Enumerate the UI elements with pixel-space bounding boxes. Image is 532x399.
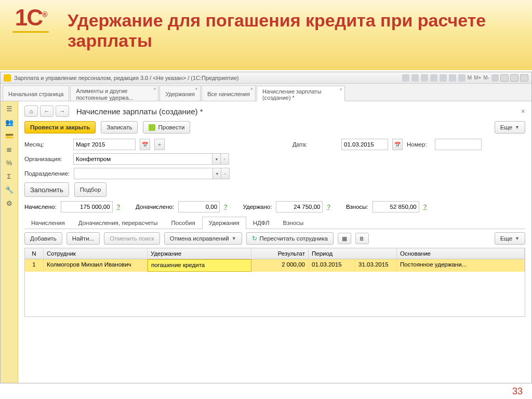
subtab-extra[interactable]: Доначисления, перерасчеты: [72, 217, 165, 229]
date-input[interactable]: [341, 139, 388, 150]
app-window: Зарплата и управление персоналом, редакц…: [0, 72, 532, 383]
users-icon[interactable]: 👥: [5, 118, 14, 126]
extra-value: [178, 201, 220, 212]
back-button[interactable]: ←: [40, 105, 54, 117]
contrib-label: Взносы:: [346, 204, 368, 210]
number-input[interactable]: [435, 139, 482, 150]
dept-input[interactable]: [74, 168, 230, 179]
col-employee[interactable]: Сотрудник: [44, 248, 148, 259]
maximize-button[interactable]: [510, 74, 518, 82]
page-title: Начисление зарплаты (создание) *: [76, 107, 203, 116]
withheld-help[interactable]: ?: [327, 204, 330, 210]
tab-all-accruals[interactable]: Все начисления×: [202, 85, 256, 101]
cancel-fix-button[interactable]: Отмена исправлений▼: [164, 232, 242, 245]
toolbar-icon[interactable]: [458, 74, 466, 82]
forward-button[interactable]: →: [56, 105, 69, 117]
cell-result[interactable]: 2 000,00: [251, 259, 309, 272]
toolbar-icon[interactable]: [421, 74, 428, 82]
select-button[interactable]: Подбор: [74, 182, 107, 197]
col-deduction[interactable]: Удержание: [148, 248, 251, 259]
cell-n: 1: [25, 259, 44, 272]
toolbar-icon[interactable]: [449, 74, 456, 82]
slide-header: 1C® Удержание для погашения кредита при …: [0, 0, 532, 70]
list-icon[interactable]: ≣: [5, 145, 14, 153]
tab-close-icon[interactable]: ×: [250, 87, 253, 92]
col-result[interactable]: Результат: [251, 248, 309, 259]
subtab-contrib[interactable]: Взносы: [276, 217, 311, 229]
extra-help[interactable]: ?: [224, 204, 227, 210]
form-close-icon[interactable]: ×: [521, 107, 525, 115]
sidebar: ☰ 👥 💳 ≣ % Σ 🔧 ⚙: [1, 101, 18, 383]
contrib-value: [373, 201, 419, 212]
minimize-button[interactable]: [500, 74, 509, 82]
extra-label: Доначислено:: [136, 204, 174, 210]
home-button[interactable]: ⌂: [24, 105, 38, 117]
table-row[interactable]: 1 Колмогоров Михаил Иванович погашение к…: [25, 259, 525, 272]
col-basis[interactable]: Основание: [397, 248, 525, 259]
subtab-benefits[interactable]: Пособия: [165, 217, 202, 229]
col-n[interactable]: N: [25, 248, 44, 259]
tab-close-icon[interactable]: ×: [340, 87, 342, 92]
cell-basis[interactable]: Постоянное удержани...: [397, 259, 525, 272]
open-ref-icon[interactable]: ▫: [220, 154, 229, 164]
toolbar-icon[interactable]: [491, 74, 499, 82]
app-titlebar: Зарплата и управление персоналом, редакц…: [1, 72, 531, 84]
col-period[interactable]: Период: [309, 248, 397, 259]
dropdown-icon[interactable]: ▾: [212, 168, 221, 179]
month-step-button[interactable]: ÷: [154, 139, 165, 150]
dropdown-icon[interactable]: ▾: [212, 154, 220, 164]
cell-employee[interactable]: Колмогоров Михаил Иванович: [44, 259, 148, 272]
cell-period-from[interactable]: 01.03.2015: [309, 259, 355, 272]
dept-label: Подразделение:: [24, 170, 70, 177]
tab-close-icon[interactable]: ×: [153, 87, 156, 92]
post-button[interactable]: Провести: [143, 121, 190, 134]
find-button[interactable]: Найти...: [66, 232, 100, 245]
slide-title: Удержание для погашения кредита при расч…: [68, 10, 521, 51]
gear-icon[interactable]: ⚙: [5, 199, 14, 207]
save-button[interactable]: Записать: [101, 121, 138, 134]
main-tabstrip: Начальная страница Алименты и другие пос…: [1, 84, 531, 101]
month-picker-button[interactable]: 📅: [140, 139, 150, 150]
grid-icon-button[interactable]: 🗎: [355, 233, 369, 244]
wrench-icon[interactable]: 🔧: [5, 185, 14, 194]
cell-period-to[interactable]: 31.03.2015: [355, 259, 397, 272]
tab-deductions[interactable]: Удержания×: [159, 85, 200, 101]
m-plus-label[interactable]: M+: [474, 75, 481, 81]
date-label: Дата:: [292, 141, 337, 148]
tab-start-page[interactable]: Начальная страница: [3, 85, 69, 101]
post-and-close-button[interactable]: Провести и закрыть: [24, 121, 96, 134]
tab-alimony[interactable]: Алименты и другие постоянные удержа...×: [70, 85, 158, 101]
toolbar-icon[interactable]: [430, 74, 437, 82]
grid-icon-button[interactable]: ▦: [338, 233, 351, 244]
toolbar-icon[interactable]: [440, 74, 447, 82]
card-icon[interactable]: 💳: [5, 131, 14, 140]
grid-more-button[interactable]: Еще▼: [495, 232, 525, 245]
open-ref-icon[interactable]: ▫: [221, 168, 229, 179]
sum-icon[interactable]: Σ: [5, 172, 14, 180]
percent-icon[interactable]: %: [5, 158, 14, 167]
recalc-button[interactable]: ↻Пересчитать сотрудника: [246, 232, 334, 245]
accrued-help[interactable]: ?: [117, 204, 120, 210]
slide-page-number: 33: [512, 386, 523, 397]
add-button[interactable]: Добавить: [24, 232, 62, 245]
cell-deduction[interactable]: погашение кредита: [148, 259, 251, 272]
m-minus-label[interactable]: M-: [483, 75, 489, 81]
more-button[interactable]: Еще▼: [495, 121, 525, 134]
m-label[interactable]: M: [468, 75, 472, 81]
subtab-accruals[interactable]: Начисления: [24, 217, 72, 229]
date-picker-button[interactable]: 📅: [392, 139, 403, 150]
number-label: Номер:: [407, 141, 431, 148]
cancel-find-button[interactable]: Отменить поиск: [104, 232, 160, 245]
month-input[interactable]: [73, 139, 136, 150]
tab-close-icon[interactable]: ×: [195, 87, 198, 92]
fill-button[interactable]: Заполнить: [24, 182, 69, 197]
toolbar-icon[interactable]: [402, 74, 409, 82]
tab-payroll-create[interactable]: Начисление зарплаты (создание) *×: [257, 86, 345, 101]
subtab-deductions[interactable]: Удержания: [202, 217, 246, 229]
subtab-ndfl[interactable]: НДФЛ: [246, 217, 276, 229]
toolbar-icon[interactable]: [411, 74, 419, 82]
menu-icon[interactable]: ☰: [5, 104, 14, 113]
close-button[interactable]: [520, 74, 528, 82]
contrib-help[interactable]: ?: [423, 204, 427, 210]
org-input[interactable]: [73, 153, 229, 165]
